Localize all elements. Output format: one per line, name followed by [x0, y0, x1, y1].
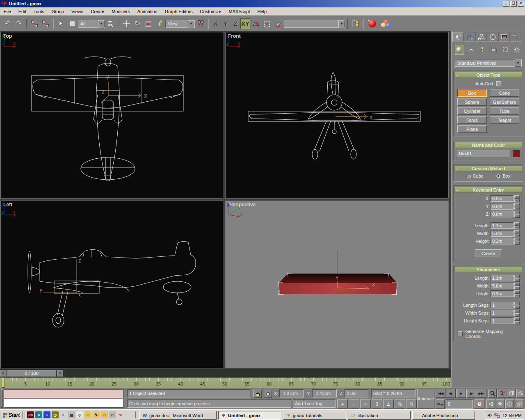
axis-constraint-button[interactable]: X — [211, 18, 221, 29]
task-button[interactable]: Ps Adobe Photoshop — [412, 411, 475, 420]
menu-item[interactable]: Group — [48, 8, 68, 15]
object-type-button[interactable]: Cylinder — [457, 107, 487, 115]
axis-constraint-button[interactable]: XY — [240, 18, 250, 29]
undo-icon[interactable]: ↶ — [2, 18, 13, 30]
time-configuration-icon[interactable] — [475, 399, 484, 409]
viewport-left[interactable]: Left — [0, 201, 223, 368]
animate-button[interactable]: Animate — [417, 389, 434, 409]
category-shapes[interactable] — [466, 45, 476, 55]
spinner[interactable]: ▲▼ — [514, 222, 520, 229]
time-slider-next-button[interactable]: > — [57, 370, 63, 377]
x-coord-field[interactable]: -1.873m — [279, 389, 304, 397]
add-time-tag[interactable]: Add Time Tag — [293, 399, 336, 408]
unlink-selection-icon[interactable] — [40, 18, 51, 30]
minimize-button[interactable]: _ — [503, 1, 509, 7]
task-button[interactable]: ▱ illustration — [348, 411, 411, 420]
object-name-input[interactable]: Box01 — [457, 150, 510, 157]
zoom-icon[interactable] — [488, 389, 497, 398]
arc-rotate-icon[interactable] — [505, 399, 514, 409]
value-field[interactable]: 0.0m — [491, 211, 514, 217]
primitive-category-dropdown[interactable]: Standard Primitives ▼ — [455, 59, 522, 67]
value-field[interactable]: 1.1m — [491, 222, 514, 229]
task-button[interactable]: W gmax.doc - Microsoft Word — [139, 411, 217, 420]
value-field[interactable]: 1.1m — [491, 275, 514, 281]
object-type-button[interactable]: Tube — [490, 107, 519, 115]
tab-display[interactable] — [498, 32, 510, 42]
playback-button[interactable]: |◀◀ — [436, 389, 445, 398]
selection-lock-toggle[interactable] — [253, 390, 262, 398]
menu-item[interactable]: Help — [254, 8, 271, 15]
object-color-swatch[interactable] — [513, 150, 520, 157]
menu-item[interactable]: Create — [87, 8, 108, 15]
dropdown-arrow-icon[interactable]: ▼ — [188, 20, 194, 27]
rollout-header-name-color[interactable]: - Name and Color — [454, 142, 522, 148]
redo-icon[interactable]: ↷ — [14, 18, 24, 30]
menu-item[interactable]: Views — [68, 8, 87, 15]
align-icon[interactable] — [262, 18, 272, 30]
dropdown-arrow-icon[interactable]: ▼ — [515, 59, 521, 67]
object-type-button[interactable]: Box — [457, 89, 487, 97]
creation-method-radio[interactable]: Box — [496, 173, 510, 178]
maxscript-mini-listener[interactable] — [4, 399, 123, 408]
value-field[interactable]: 0.0m — [491, 195, 514, 202]
tab-hierarchy[interactable] — [475, 32, 487, 42]
select-and-rotate-icon[interactable]: ↻ — [132, 18, 143, 30]
listener-splitter[interactable] — [1, 389, 3, 408]
named-selection-edit-icon[interactable] — [273, 18, 283, 30]
quick-launch-icon[interactable]: 4 — [35, 411, 42, 418]
value-field[interactable]: 0.3m — [491, 238, 514, 244]
restore-button[interactable]: ❐ — [510, 1, 517, 7]
z-coord-field[interactable]: 0.0m — [345, 389, 368, 397]
spinner[interactable]: ▲▼ — [514, 283, 520, 289]
quick-launch-icon[interactable]: ✎ — [93, 411, 100, 418]
render-icon[interactable] — [379, 18, 393, 30]
dropdown-arrow-icon[interactable]: ▼ — [338, 20, 345, 27]
snap-toggle-button[interactable]: ◇ — [360, 399, 371, 409]
spinner[interactable]: ▲▼ — [514, 230, 520, 237]
tab-motion[interactable] — [487, 32, 498, 42]
autogrid-checkbox[interactable] — [496, 81, 501, 86]
value-field[interactable]: 5.0m — [491, 230, 514, 237]
time-slider-prev-button[interactable]: < — [0, 370, 6, 377]
tab-utilities[interactable] — [510, 32, 521, 42]
snap-toggle-button[interactable]: % — [395, 399, 405, 409]
track-bar[interactable]: 5101520253035404550556065707580859095100 — [0, 377, 451, 388]
creation-method-radio[interactable]: Cube — [466, 173, 484, 178]
value-field[interactable]: 0.0m — [491, 203, 514, 210]
quick-launch-icon[interactable]: ▤ — [68, 411, 75, 418]
category-lights[interactable] — [477, 45, 487, 55]
menu-item[interactable]: Animation — [134, 8, 161, 15]
spinner[interactable]: ▲▼ — [514, 203, 520, 210]
menu-item[interactable]: File — [0, 8, 15, 15]
material-editor-icon[interactable] — [366, 18, 378, 30]
value-field[interactable]: 1 — [491, 302, 514, 308]
quick-launch-icon[interactable]: ▱ — [84, 411, 91, 418]
task-button[interactable]: Ψ Untitled - gmax — [218, 411, 281, 420]
mirror-icon[interactable] — [251, 18, 261, 30]
viewport-front[interactable]: Front — [225, 32, 449, 199]
snap-toggle-button[interactable]: ⇅ — [406, 399, 417, 409]
value-field[interactable]: 0.3m — [491, 290, 514, 297]
select-and-link-icon[interactable] — [29, 18, 40, 30]
clock[interactable]: 12:59 PM — [502, 413, 522, 418]
tab-modify[interactable] — [464, 32, 475, 42]
select-and-scale-icon[interactable] — [143, 18, 154, 30]
category-helpers[interactable] — [500, 45, 510, 55]
quick-launch-icon[interactable]: e — [60, 411, 67, 418]
volume-icon[interactable] — [487, 413, 493, 418]
spinner[interactable]: ▲▼ — [514, 275, 520, 281]
time-slider-thumb[interactable]: 0 / 100 — [7, 370, 57, 377]
spinner[interactable]: ▲▼ — [514, 302, 520, 308]
y-coord-field[interactable]: -3.433m — [312, 389, 337, 397]
snap-toggle-button[interactable]: ∠ — [383, 399, 394, 409]
spinner[interactable]: ▲▼ — [514, 317, 520, 324]
quick-launch-icon[interactable]: Ψ — [117, 411, 124, 418]
zoom-all-icon[interactable] — [498, 389, 506, 398]
spinner[interactable]: ▲▼ — [514, 310, 520, 316]
object-type-button[interactable]: GeoSphere — [490, 98, 519, 106]
axis-constraint-button[interactable]: Y — [221, 18, 231, 29]
rollout-header-object-type[interactable]: - Object Type — [454, 72, 522, 78]
object-type-button[interactable]: Plane — [457, 125, 487, 133]
axis-constraint-button[interactable]: Z — [231, 18, 240, 29]
playback-button[interactable]: ▶ — [456, 389, 466, 398]
